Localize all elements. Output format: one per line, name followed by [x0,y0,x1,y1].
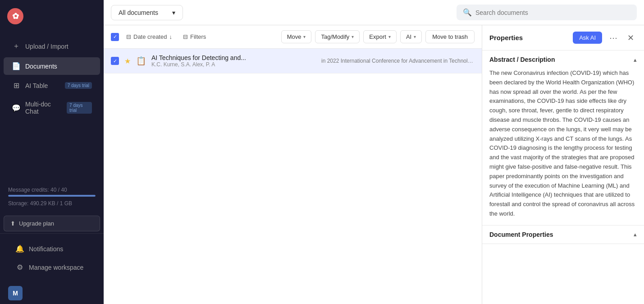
doc-properties-toggle-icon: ▴ [634,231,637,238]
sidebar-item-ai-table[interactable]: ⊞ AI Table 7 days trial [4,77,100,94]
documents-icon: 📄 [12,62,21,70]
sidebar-item-label: Notifications [29,245,63,253]
doc-info: AI Techniques for Detecting and... K.C. … [151,54,316,68]
multi-doc-chat-badge: 7 days trial [67,102,92,114]
sidebar: ✿ ＋ Upload / Import 📄 Documents ⊞ AI Tab… [0,0,104,304]
sidebar-item-label: Documents [25,63,57,70]
filter-icon: ⊟ [183,33,188,40]
sidebar-item-multi-doc-chat[interactable]: 💬 Multi-doc Chat 7 days trial [4,96,100,120]
chevron-down-icon: ▾ [414,34,416,39]
sort-date-button[interactable]: ⊟ Date created ↓ [123,31,176,42]
doc-authors: K.C. Kurne, S.A. Alex, P. A [151,61,316,68]
filters-button[interactable]: ⊟ Filters [179,31,210,42]
panel-title: Properties [489,34,568,41]
doc-properties-title: Document Properties [489,231,553,238]
search-icon: 🔍 [463,8,472,17]
main-content: All documents ▾ 🔍 ⊟ Date created ↓ [104,0,644,304]
credits-label: Message credits: 40 / 40 [8,187,96,193]
sidebar-item-upload[interactable]: ＋ Upload / Import [4,37,100,55]
sort-down-icon: ↓ [169,33,172,40]
move-label: Move [287,33,301,40]
sort-label: Date created [133,33,167,40]
panel-menu-button[interactable]: ⋯ [607,32,620,44]
sidebar-item-documents[interactable]: 📄 Documents [4,57,100,75]
export-label: Export [369,33,386,40]
ask-ai-button[interactable]: Ask AI [573,32,602,44]
tag-modify-button[interactable]: Tag/Modify ▾ [315,30,360,43]
manage-workspace-icon: ⚙ [15,263,24,272]
abstract-section: Abstract / Description ▴ The new Coronav… [482,51,644,226]
notifications-icon: 🔔 [15,244,24,253]
credits-bar [8,195,96,197]
ai-table-icon: ⊞ [12,81,21,90]
document-icon: 📋 [136,56,146,66]
tag-modify-label: Tag/Modify [321,33,349,40]
move-button[interactable]: Move ▾ [281,30,312,43]
search-input[interactable] [475,9,630,16]
doc-source: in 2022 International Conference for Adv… [321,58,475,64]
upgrade-icon: ⬆ [10,220,15,227]
sidebar-item-manage-workspace[interactable]: ⚙ Manage workspace [7,258,96,276]
sidebar-bottom: 🔔 Notifications ⚙ Manage workspace [0,233,104,282]
table-row[interactable]: ★ 📋 AI Techniques for Detecting and... K… [104,49,482,74]
sidebar-item-label: Manage workspace [29,264,83,271]
sidebar-logo: ✿ [0,0,104,32]
credits-fill [8,195,96,197]
storage-label: Storage: 490.29 KB / 1 GB [8,200,96,207]
move-to-trash-button[interactable]: Move to trash [425,30,475,43]
doc-properties-section: Document Properties ▴ [482,226,644,244]
doc-title: AI Techniques for Detecting and... [151,54,316,61]
credits-section: Message credits: 40 / 40 Storage: 490.29… [0,181,104,214]
panel-close-button[interactable]: ✕ [625,32,637,44]
filters-label: Filters [190,33,206,40]
abstract-toggle-icon: ▴ [634,56,637,63]
doc-list-header: ⊟ Date created ↓ ⊟ Filters Move ▾ Ta [104,25,482,49]
abstract-section-title: Abstract / Description [489,56,555,63]
chevron-down-icon: ▾ [388,34,391,39]
sidebar-item-label: Multi-doc Chat [25,101,62,115]
doc-properties-header[interactable]: Document Properties ▴ [482,226,644,244]
select-all-checkbox[interactable] [111,33,119,41]
sort-icon: ⊟ [126,33,131,40]
search-area: 🔍 [457,5,637,20]
multi-doc-chat-icon: 💬 [12,104,21,112]
upload-icon: ＋ [12,41,21,51]
doc-area: ⊟ Date created ↓ ⊟ Filters Move ▾ Ta [104,25,644,304]
ai-button[interactable]: AI ▾ [400,30,422,43]
app-logo[interactable]: ✿ [7,8,23,24]
star-icon[interactable]: ★ [124,57,131,65]
document-list: ⊟ Date created ↓ ⊟ Filters Move ▾ Ta [104,25,482,304]
row-checkbox[interactable] [111,57,119,65]
user-avatar[interactable]: M [8,286,23,300]
all-documents-dropdown[interactable]: All documents ▾ [111,5,183,20]
move-to-trash-label: Move to trash [432,33,468,40]
sidebar-item-label: Upload / Import [25,43,69,50]
export-button[interactable]: Export ▾ [363,30,397,43]
sidebar-item-label: AI Table [25,82,48,89]
main-toolbar: All documents ▾ 🔍 [104,0,644,25]
all-documents-label: All documents [119,9,158,16]
upgrade-plan-button[interactable]: ⬆ Upgrade plan [4,216,100,231]
chevron-down-icon: ▾ [352,34,354,39]
sidebar-item-notifications[interactable]: 🔔 Notifications [7,240,96,258]
ai-table-badge: 7 days trial [65,82,92,89]
chevron-down-icon: ▾ [172,9,175,16]
ai-label: AI [406,33,411,40]
panel-header: Properties Ask AI ⋯ ✕ [482,25,644,51]
chevron-down-icon: ▾ [303,34,306,39]
abstract-section-header[interactable]: Abstract / Description ▴ [482,51,644,69]
sidebar-nav: ＋ Upload / Import 📄 Documents ⊞ AI Table… [0,32,104,181]
properties-panel: Properties Ask AI ⋯ ✕ Abstract / Descrip… [482,25,644,304]
abstract-content: The new Coronavirus infection (COVID-19)… [482,69,644,225]
upgrade-label: Upgrade plan [19,220,54,227]
